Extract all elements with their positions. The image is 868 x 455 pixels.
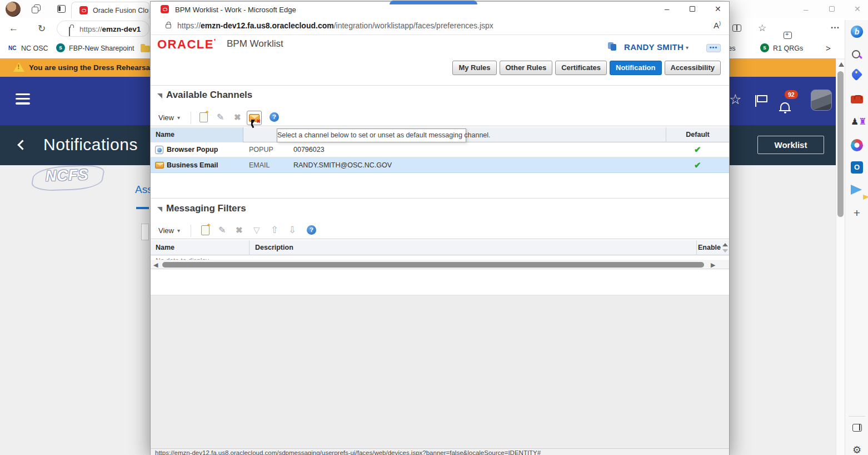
collapse-triangle-icon[interactable] — [157, 207, 162, 212]
global-more-button[interactable]: ••• — [706, 44, 721, 52]
sort-descending-icon[interactable] — [722, 249, 728, 253]
scrollbar-up-arrow[interactable] — [839, 62, 844, 67]
flag-icon[interactable] — [757, 95, 767, 102]
favorites-star-icon[interactable]: ☆ — [758, 22, 766, 34]
popup-tab-accent — [390, 1, 477, 4]
browser-profile-avatar[interactable] — [6, 2, 21, 17]
toolbar-separator — [191, 225, 191, 237]
default-channel-tooltip: Select a channel below to set or unset a… — [277, 128, 466, 142]
edge-sidebar: b ♟♜ O + ⚙ — [845, 20, 868, 455]
microsoft365-icon[interactable] — [851, 139, 863, 151]
caret-down-icon: ▾ — [177, 115, 180, 121]
popup-url-text: https://emzn-dev12.fa.us8.oraclecloud.co… — [177, 21, 493, 30]
bookmark-fbp-sharepoint[interactable]: FBP-New Sharepoint — [69, 44, 134, 52]
bg-close-button[interactable]: ✕ — [854, 4, 861, 13]
games-chess-icon[interactable]: ♟♜ — [851, 116, 863, 128]
tab-accessibility[interactable]: Accessibility — [665, 61, 721, 75]
hscroll-right-icon[interactable]: ▶ — [711, 261, 715, 269]
sidebar-panel-icon[interactable] — [852, 424, 862, 432]
popup-close-button[interactable]: ✕ — [715, 4, 721, 13]
user-avatar[interactable] — [811, 90, 832, 111]
bookmarks-overflow-chevron[interactable]: > — [826, 43, 831, 53]
filters-col-enable[interactable]: Enable — [697, 240, 722, 255]
notifications-bell-icon[interactable] — [780, 102, 790, 110]
outlook-icon[interactable]: O — [851, 161, 863, 174]
channels-col-name[interactable]: Name — [151, 127, 243, 142]
split-screen-icon[interactable] — [732, 24, 741, 32]
channel-row-browser-popup[interactable]: Browser Popup POPUP 00796023 ✔ — [151, 142, 729, 157]
immersive-reader-icon[interactable]: A) — [714, 21, 721, 30]
sharepoint-icon: s — [56, 43, 65, 52]
settings-more-icon[interactable]: … — [830, 20, 840, 31]
page-scrollbar-thumb[interactable] — [837, 71, 844, 217]
logged-in-user[interactable]: RANDY SMITH — [624, 42, 684, 52]
bg-address-bar[interactable]: https://emzn-dev1 — [57, 21, 149, 37]
bg-url-text: https://emzn-dev1 — [79, 25, 141, 33]
bg-minimize-button[interactable]: – — [804, 4, 808, 14]
popup-minimize-button[interactable]: – — [665, 4, 669, 13]
filters-col-name[interactable]: Name — [151, 240, 250, 255]
drop-paper-plane-icon[interactable] — [851, 185, 862, 195]
back-chevron-icon[interactable] — [17, 140, 27, 150]
worklist-button[interactable]: Worklist — [757, 136, 824, 154]
popup-address-bar[interactable]: https://emzn-dev12.fa.us8.oraclecloud.co… — [151, 17, 729, 35]
add-sidebar-item-icon[interactable]: + — [851, 207, 863, 219]
filters-col-description[interactable]: Description — [250, 240, 697, 255]
edit-icon[interactable]: ✎ — [218, 225, 226, 235]
bookmark-nc-osc[interactable]: NC OSC — [21, 44, 48, 52]
copilot-bing-icon[interactable]: b — [851, 26, 863, 38]
move-down-icon[interactable]: ⇩ — [288, 224, 296, 236]
sidebar-divider — [849, 416, 865, 417]
bookmark-r1-qrgs[interactable]: R1 QRGs — [773, 44, 803, 52]
bg-browser-tab[interactable]: Oracle Fusion Clou — [71, 2, 149, 18]
filter-funnel-icon[interactable]: ▽ — [253, 225, 260, 235]
hamburger-menu-icon[interactable] — [16, 93, 30, 107]
hscrollbar-thumb[interactable] — [162, 262, 704, 268]
delete-icon[interactable]: ✖ — [236, 225, 243, 235]
gear-icon[interactable]: ⚙ — [851, 444, 863, 455]
view-menu[interactable]: View — [158, 113, 174, 122]
create-channel-icon[interactable] — [199, 112, 208, 122]
hscrollbar-track[interactable]: ◀ ▶ — [151, 260, 729, 269]
workspaces-icon[interactable] — [32, 4, 41, 14]
sort-ascending-icon[interactable] — [722, 243, 728, 246]
help-icon[interactable]: ? — [307, 225, 316, 235]
lock-icon — [166, 24, 171, 28]
search-icon[interactable] — [851, 49, 863, 61]
bookmark-folder-icon[interactable] — [141, 46, 150, 52]
shopping-tag-icon[interactable] — [850, 68, 863, 81]
refresh-icon[interactable]: ↻ — [38, 23, 46, 34]
channels-col-default[interactable]: Default — [666, 127, 729, 142]
popup-window-title: BPM Worklist - Work - Microsoft Edge — [175, 6, 296, 14]
move-up-icon[interactable]: ⇧ — [271, 224, 278, 236]
user-connections-icon — [608, 42, 617, 51]
filters-section-title: Messaging Filters — [166, 203, 246, 214]
bg-maximize-button[interactable] — [829, 6, 835, 12]
tab-other-rules[interactable]: Other Rules — [500, 61, 553, 75]
tab-my-rules[interactable]: My Rules — [452, 61, 496, 75]
default-check-icon: ✔ — [694, 145, 701, 155]
collapse-triangle-icon[interactable] — [157, 93, 162, 98]
channel-row-business-email[interactable]: Business Email EMAIL RANDY.SMITH@OSC.NC.… — [151, 157, 729, 173]
tab-actions-icon[interactable] — [57, 5, 66, 13]
collections-icon[interactable] — [784, 32, 792, 39]
email-icon — [155, 162, 164, 169]
nc-favicon: NC — [8, 45, 16, 51]
tab-certificates[interactable]: Certificates — [555, 61, 607, 75]
edit-icon[interactable]: ✎ — [217, 112, 224, 122]
favorites-icon[interactable]: ☆ — [729, 91, 741, 107]
tab-notification[interactable]: Notification — [610, 61, 662, 75]
back-icon[interactable]: ← — [9, 23, 18, 34]
tools-icon[interactable] — [851, 96, 863, 103]
view-menu[interactable]: View — [158, 226, 174, 235]
warning-icon — [13, 62, 24, 72]
create-filter-icon[interactable] — [201, 225, 209, 235]
hscroll-left-icon[interactable]: ◀ — [153, 261, 158, 269]
delete-icon[interactable]: ✖ — [234, 112, 241, 122]
bpm-worklist-popup-window: BPM Worklist - Work - Microsoft Edge – ✕… — [150, 1, 730, 455]
help-icon[interactable]: ? — [270, 112, 279, 122]
popup-maximize-button[interactable] — [690, 6, 695, 12]
popup-status-bar: https://emzn-dev12.fa.us8.oraclecloud.co… — [151, 448, 729, 455]
notification-count-badge: 92 — [785, 90, 798, 99]
user-menu-caret-icon[interactable]: ▾ — [686, 44, 689, 51]
